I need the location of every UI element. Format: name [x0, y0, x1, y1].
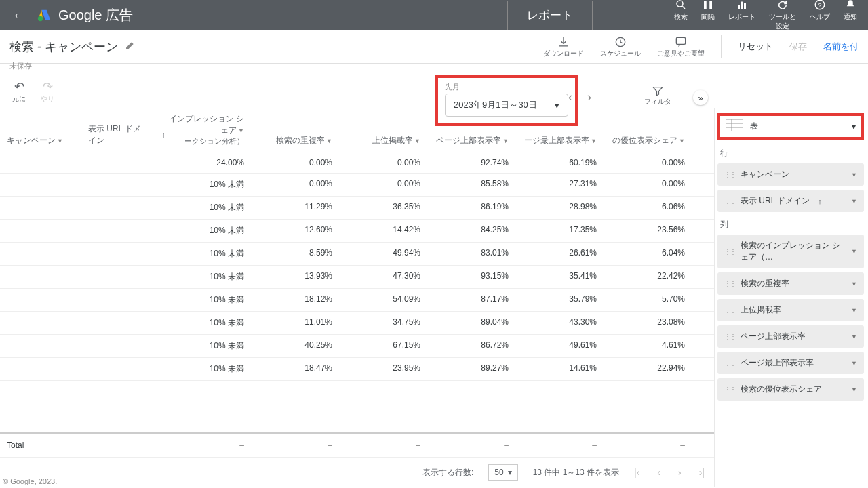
- grip-icon: ⋮⋮: [724, 171, 735, 178]
- col-top-pos[interactable]: 上位掲載率▼: [339, 135, 427, 146]
- grip-icon: ⋮⋮: [724, 280, 735, 287]
- chevron-down-icon: ▼: [851, 248, 857, 255]
- col-page-top[interactable]: ページ上部表示率▼: [427, 135, 515, 146]
- page-next-button[interactable]: ›: [678, 467, 682, 478]
- svg-rect-14: [726, 119, 743, 131]
- google-ads-logo-icon: [37, 7, 52, 22]
- range-button[interactable]: 間隔: [701, 0, 715, 31]
- col-imp-share[interactable]: インプレッション シェア▼ークション分析）: [156, 113, 251, 146]
- col-chip[interactable]: ⋮⋮検索のインプレッション シェア（…▼: [717, 235, 864, 268]
- table-row[interactable]: 10% 未満13.93%47.30%93.15%35.41%22.42%: [0, 266, 714, 289]
- date-prev-button[interactable]: ‹: [568, 90, 572, 104]
- grip-icon: ⋮⋮: [724, 333, 735, 340]
- table-row[interactable]: 10% 未満8.59%49.94%83.01%26.61%6.04%: [0, 243, 714, 266]
- table-row[interactable]: 10% 未満11.29%36.35%86.19%28.98%6.06%: [0, 197, 714, 220]
- feedback-button[interactable]: ご意見やご要望: [657, 35, 705, 58]
- rows-label: 表示する行数:: [422, 467, 473, 479]
- chevron-down-icon: ▼: [851, 333, 857, 340]
- svg-text:?: ?: [818, 2, 821, 9]
- save-button[interactable]: 保存: [789, 41, 807, 53]
- save-as-button[interactable]: 名前を付: [823, 41, 859, 53]
- chevron-down-icon: ▼: [851, 281, 857, 287]
- svg-rect-8: [741, 2, 743, 9]
- svg-point-3: [677, 1, 683, 7]
- date-range-picker[interactable]: 2023年9月1日～30日 ▾: [445, 94, 568, 117]
- date-caption: 先月: [445, 82, 568, 92]
- table-row[interactable]: 24.00%0.00%0.00%92.74%60.19%0.00%: [0, 152, 714, 174]
- grip-icon: ⋮⋮: [724, 359, 735, 367]
- table-row[interactable]: 10% 未満40.25%67.15%86.72%49.61%4.61%: [0, 335, 714, 358]
- svg-point-2: [38, 16, 43, 21]
- chevron-down-icon: ▼: [851, 386, 857, 393]
- svg-rect-9: [744, 3, 746, 9]
- chevron-down-icon: ▾: [555, 100, 559, 110]
- col-overlap[interactable]: 検索の重複率▼: [251, 135, 339, 146]
- date-range-highlight: 先月 2023年9月1日～30日 ▾: [435, 75, 578, 126]
- table-row[interactable]: 10% 未満18.47%23.95%89.27%14.61%22.94%: [0, 358, 714, 381]
- brand-title: Google 広告: [58, 6, 133, 24]
- chevron-down-icon: ▼: [851, 307, 857, 314]
- viz-type-picker[interactable]: 表 ▾: [717, 113, 864, 140]
- expand-panel-button[interactable]: »: [693, 90, 708, 105]
- row-chip[interactable]: ⋮⋮表示 URL ドメイン↑▼: [717, 190, 864, 212]
- col-chip[interactable]: ⋮⋮検索の重複率▼: [717, 272, 864, 295]
- edit-title-button[interactable]: [125, 40, 136, 53]
- date-next-button[interactable]: ›: [587, 90, 591, 104]
- reset-button[interactable]: リセット: [738, 41, 773, 53]
- table-icon: [726, 119, 743, 134]
- sort-asc-icon: ↑: [818, 197, 822, 205]
- search-button[interactable]: 検索: [674, 0, 688, 31]
- total-row: Total – – – – – –: [0, 432, 714, 457]
- back-button[interactable]: ←: [5, 7, 33, 23]
- page-title: 検索 - キャンペーン: [9, 39, 118, 55]
- grip-icon: ⋮⋮: [724, 386, 735, 393]
- divider: [721, 35, 722, 58]
- notify-button[interactable]: 通知: [844, 0, 857, 31]
- grip-icon: ⋮⋮: [724, 248, 735, 256]
- col-outrank[interactable]: の優位表示シェア▼: [604, 135, 692, 146]
- table-row[interactable]: 10% 未満11.01%34.75%89.04%43.30%23.08%: [0, 312, 714, 335]
- col-chip[interactable]: ⋮⋮ページ上部表示率▼: [717, 325, 864, 348]
- page-last-button[interactable]: ›|: [699, 467, 705, 478]
- chevron-down-icon: ▼: [851, 171, 857, 178]
- filter-button[interactable]: フィルタ: [644, 85, 671, 106]
- report-tab[interactable]: レポート: [507, 1, 593, 30]
- page-first-button[interactable]: |‹: [634, 467, 639, 478]
- grip-icon: ⋮⋮: [724, 306, 735, 314]
- col-abs-top[interactable]: ージ最上部表示率▼: [515, 135, 604, 146]
- chevron-down-icon: ▼: [851, 198, 857, 205]
- table-row[interactable]: 10% 未満0.00%0.00%85.58%27.31%0.00%: [0, 174, 714, 197]
- redo-button[interactable]: ↷やり: [41, 79, 54, 104]
- download-button[interactable]: ダウンロード: [543, 35, 584, 58]
- svg-line-4: [682, 6, 685, 9]
- table-header: キャンペーン▼ 表示 URL ドメイン↑ インプレッション シェア▼ークション分…: [0, 108, 714, 152]
- report-button[interactable]: レポート: [728, 0, 755, 31]
- svg-rect-7: [738, 5, 740, 9]
- schedule-button[interactable]: スケジュール: [600, 35, 641, 58]
- help-button[interactable]: ?ヘルプ: [810, 0, 830, 31]
- pager-summary: 13 件中 1～13 件を表示: [533, 467, 619, 479]
- unsaved-label: 未保存: [0, 61, 868, 75]
- chevron-down-icon: ▼: [851, 360, 857, 367]
- svg-rect-13: [676, 37, 685, 44]
- table-row[interactable]: 10% 未満18.12%54.09%87.17%35.79%5.70%: [0, 289, 714, 312]
- table-row[interactable]: 10% 未満12.60%14.42%84.25%17.35%23.56%: [0, 220, 714, 243]
- col-chip[interactable]: ⋮⋮検索の優位表示シェア▼: [717, 378, 864, 401]
- page-prev-button[interactable]: ‹: [657, 467, 660, 478]
- row-chip[interactable]: ⋮⋮キャンペーン▼: [717, 163, 864, 186]
- rows-section-label: 行: [720, 148, 864, 159]
- col-chip[interactable]: ⋮⋮ページ最上部表示率▼: [717, 352, 864, 374]
- svg-rect-6: [709, 1, 712, 9]
- cols-section-label: 列: [720, 219, 864, 230]
- undo-button[interactable]: ↶元に: [12, 79, 26, 104]
- chevron-down-icon: ▾: [852, 122, 856, 131]
- col-chip[interactable]: ⋮⋮上位掲載率▼: [717, 299, 864, 321]
- col-domain[interactable]: 表示 URL ドメイン↑: [81, 123, 156, 146]
- col-campaign[interactable]: キャンペーン▼: [0, 135, 81, 146]
- svg-marker-0: [41, 10, 50, 20]
- grip-icon: ⋮⋮: [724, 197, 735, 205]
- footer-copyright: © Google, 2023.: [3, 477, 57, 485]
- tools-button[interactable]: ツールと 設定: [769, 0, 796, 31]
- svg-rect-5: [704, 1, 707, 9]
- rows-per-page-select[interactable]: 50▾: [488, 464, 517, 481]
